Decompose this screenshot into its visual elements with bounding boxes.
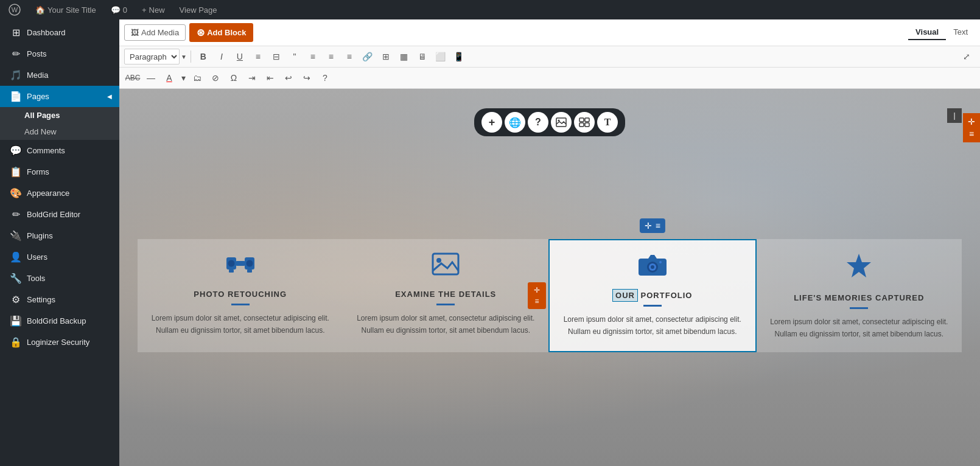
unordered-list-button[interactable]: ≡ (250, 49, 267, 64)
content-columns: PHOTO RETOUCHING Lorem ipsum dolor sit a… (119, 227, 980, 364)
main-layout: ⊞ Dashboard ✏ Posts 🎵 Media 📄 Pages ◀ Al… (0, 19, 980, 466)
sidebar-menu: ⊞ Dashboard ✏ Posts 🎵 Media 📄 Pages ◀ Al… (0, 19, 119, 353)
tab-text[interactable]: Text (946, 25, 975, 40)
site-title-button[interactable]: 🏠 Your Site Title (32, 0, 100, 19)
svg-marker-22 (847, 254, 871, 277)
sidebar-item-comments[interactable]: 💬 Comments (0, 140, 119, 161)
sidebar-label-dashboard: Dashboard (27, 28, 66, 37)
toolbar-separator-1 (191, 50, 191, 63)
blockquote-button[interactable]: " (286, 49, 303, 64)
underline-button[interactable]: U (231, 49, 248, 64)
svg-point-11 (228, 260, 235, 267)
font-color-dropdown[interactable]: ▾ (179, 70, 187, 86)
new-button[interactable]: + New (138, 0, 169, 19)
italic-button[interactable]: I (213, 49, 230, 64)
wp-logo-button[interactable]: W (5, 0, 24, 19)
col3-title-highlight: OUR (612, 289, 638, 302)
backup-icon: 💾 (10, 315, 22, 327)
horizontal-rule-button[interactable]: — (142, 70, 159, 86)
comments-button[interactable]: 💬 0 (107, 0, 131, 19)
clear-format-button[interactable]: ⊘ (207, 70, 224, 86)
view-page-button[interactable]: View Page (176, 0, 221, 19)
sidebar-label-forms: Forms (27, 167, 49, 176)
custom-chars-button[interactable]: 🗂 (189, 70, 206, 86)
sidebar-label-pages: Pages (27, 92, 49, 101)
drag-move-icon: ✛ (534, 286, 540, 294)
sidebar-item-posts[interactable]: ✏ Posts (0, 43, 119, 64)
sidebar-label-plugins: Plugins (27, 231, 53, 240)
sidebar-item-settings[interactable]: ⚙ Settings (0, 289, 119, 310)
ordered-list-button[interactable]: ⊟ (268, 49, 285, 64)
svg-point-20 (651, 265, 654, 269)
align-left-button[interactable]: ≡ (304, 49, 321, 64)
sidebar-item-loginizer[interactable]: 🔒 Loginizer Security (0, 332, 119, 353)
columns-button[interactable]: ▦ (396, 49, 413, 64)
block-move-handle: ✛ ≡ (640, 218, 665, 233)
block-menu-button[interactable]: ≡ (656, 221, 660, 231)
font-color-button[interactable]: A (161, 70, 178, 86)
outdent-button[interactable]: ⇤ (262, 70, 279, 86)
block-text-button[interactable]: T (597, 112, 618, 133)
sidebar-label-backup: BoldGrid Backup (27, 316, 86, 325)
sidebar-item-boldgrid-editor[interactable]: ✏ BoldGrid Editor (0, 204, 119, 225)
drag-handle-left[interactable]: ✛ ≡ (528, 282, 546, 309)
expand-editor-button[interactable]: ⤢ (958, 49, 975, 64)
sidebar-item-pages[interactable]: 📄 Pages ◀ (0, 86, 119, 107)
paragraph-select[interactable]: Paragraph (124, 49, 180, 64)
sidebar-item-appearance[interactable]: 🎨 Appearance (0, 183, 119, 204)
wp-logo-icon: W (9, 4, 21, 16)
block-add-button[interactable]: + (481, 112, 502, 133)
col2-text: Lorem ipsum dolor sit amet, consectetur … (353, 313, 539, 336)
menu-icon: ≡ (969, 129, 974, 139)
strikethrough-button[interactable]: ABC (124, 70, 141, 86)
svg-rect-6 (579, 123, 584, 127)
right-panel-handle[interactable]: ✛ ≡ (963, 113, 980, 142)
visual-text-tabs: Visual Text (908, 25, 975, 40)
help-button[interactable]: ? (317, 70, 334, 86)
add-block-icon: ⊛ (197, 27, 205, 38)
sidebar-item-plugins[interactable]: 🔌 Plugins (0, 225, 119, 246)
add-media-button[interactable]: 🖼 Add Media (124, 24, 186, 41)
tab-visual[interactable]: Visual (908, 25, 946, 40)
add-block-button[interactable]: ⊛ Add Block (189, 23, 253, 42)
add-block-label: Add Block (207, 28, 246, 37)
align-right-button[interactable]: ≡ (341, 49, 358, 64)
redo-button[interactable]: ↪ (298, 70, 315, 86)
block-grid-button[interactable] (574, 112, 595, 133)
sidebar-label-posts: Posts (27, 49, 47, 58)
tablet-view-button[interactable]: ⬜ (432, 49, 449, 64)
block-help-button[interactable]: ? (528, 112, 548, 133)
sidebar-label-appearance: Appearance (27, 189, 69, 198)
block-globe-button[interactable]: 🌐 (505, 112, 525, 133)
sidebar-item-forms[interactable]: 📋 Forms (0, 161, 119, 183)
drag-menu-icon: ≡ (534, 297, 539, 305)
block-floating-toolbar: + 🌐 ? (474, 108, 625, 136)
sidebar-label-users: Users (27, 252, 47, 262)
block-image-button[interactable] (551, 112, 572, 133)
submenu-add-new[interactable]: Add New (0, 123, 119, 140)
sidebar-item-boldgrid-backup[interactable]: 💾 BoldGrid Backup (0, 310, 119, 332)
column-examine-details: EXAMINE THE DETAILS Lorem ipsum dolor si… (343, 239, 549, 352)
col4-title: LIFE'S MEMORIES CAPTURED (794, 293, 924, 302)
svg-point-12 (246, 260, 253, 267)
table-button[interactable]: ⊞ (377, 49, 394, 64)
mobile-view-button[interactable]: 📱 (450, 49, 467, 64)
submenu-all-pages[interactable]: All Pages (0, 107, 119, 123)
sidebar-item-dashboard[interactable]: ⊞ Dashboard (0, 22, 119, 43)
align-center-button[interactable]: ≡ (323, 49, 340, 64)
sidebar-item-tools[interactable]: 🔧 Tools (0, 268, 119, 289)
sidebar-item-media[interactable]: 🎵 Media (0, 64, 119, 86)
bold-button[interactable]: B (195, 49, 212, 64)
svg-rect-13 (229, 270, 234, 273)
link-button[interactable]: 🔗 (359, 49, 376, 64)
undo-button[interactable]: ↩ (280, 70, 297, 86)
sidebar-item-users[interactable]: 👤 Users (0, 246, 119, 268)
special-chars-button[interactable]: Ω (225, 70, 242, 86)
desktop-view-button[interactable]: 🖥 (414, 49, 431, 64)
svg-text:W: W (12, 6, 18, 13)
block-drag-button[interactable]: ✛ (645, 221, 652, 231)
camera-icon (637, 252, 668, 283)
indent-button[interactable]: ⇥ (243, 70, 261, 86)
col1-divider (231, 304, 250, 305)
column-our-portfolio[interactable]: ✛ ≡ ✛ ≡ (548, 239, 757, 352)
